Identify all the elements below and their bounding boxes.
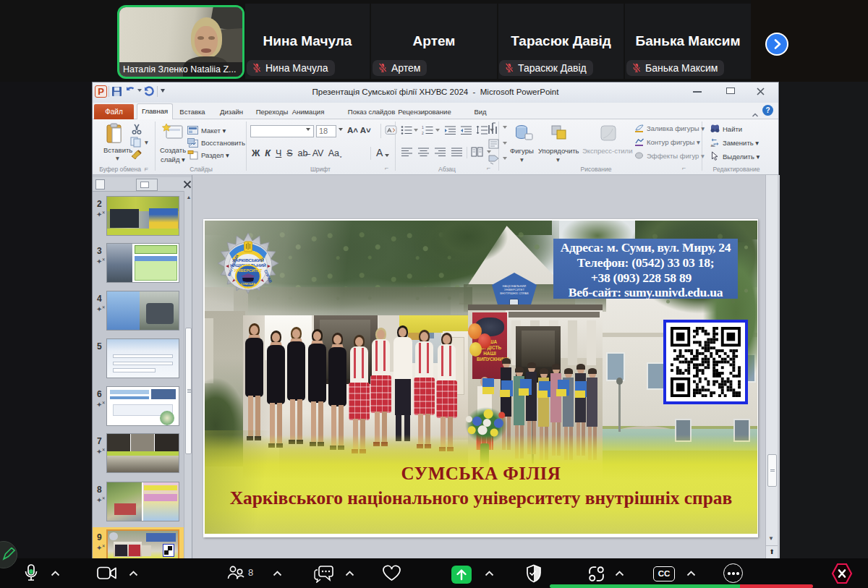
svg-text:СУМСЬКА: СУМСЬКА	[241, 282, 256, 286]
svg-text:ac: ac	[711, 143, 715, 148]
svg-text:1: 1	[422, 125, 424, 129]
svg-text:УНІВЕРСИТЕТ: УНІВЕРСИТЕТ	[234, 268, 263, 273]
svg-text:2: 2	[422, 131, 424, 135]
svg-text:ФІЛІЯ: ФІЛІЯ	[244, 286, 252, 289]
